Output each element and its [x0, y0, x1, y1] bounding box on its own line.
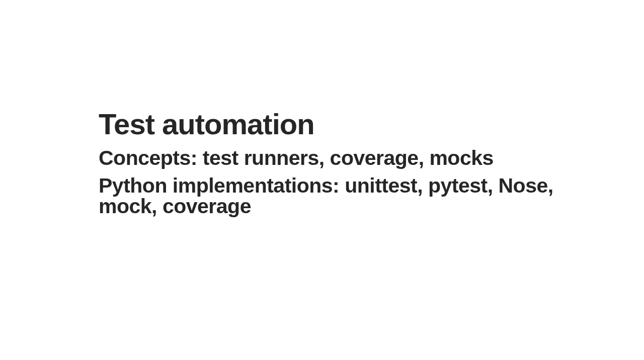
slide-subtitle-1: Concepts: test runners, coverage, mocks: [99, 148, 553, 168]
slide-content: Test automation Concepts: test runners, …: [0, 0, 644, 360]
slide-subtitle-2: Python implementations: unittest, pytest…: [99, 175, 553, 217]
slide-title: Test automation: [99, 110, 553, 139]
